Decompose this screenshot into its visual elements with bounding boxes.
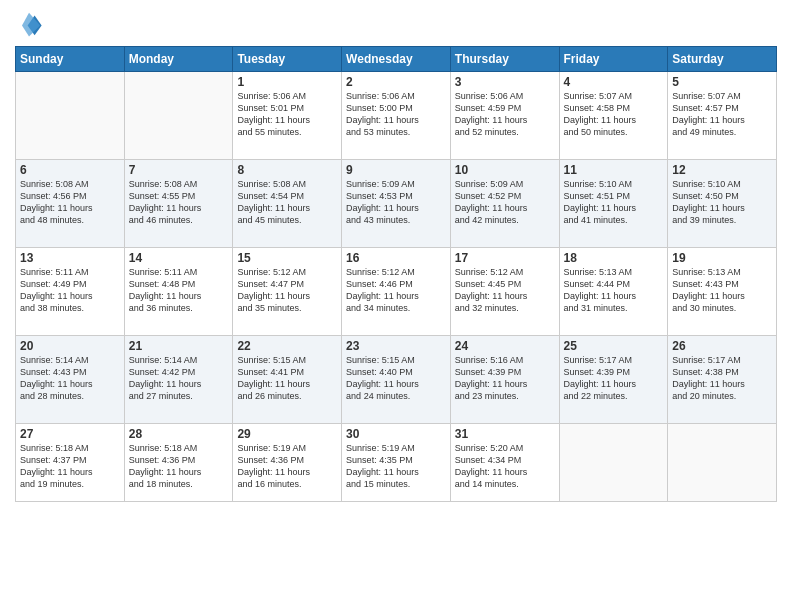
day-number: 18 — [564, 251, 664, 265]
day-number: 11 — [564, 163, 664, 177]
calendar-cell: 15Sunrise: 5:12 AM Sunset: 4:47 PM Dayli… — [233, 248, 342, 336]
calendar-cell: 1Sunrise: 5:06 AM Sunset: 5:01 PM Daylig… — [233, 72, 342, 160]
day-number: 14 — [129, 251, 229, 265]
day-number: 13 — [20, 251, 120, 265]
day-number: 29 — [237, 427, 337, 441]
calendar-cell: 22Sunrise: 5:15 AM Sunset: 4:41 PM Dayli… — [233, 336, 342, 424]
week-row-2: 6Sunrise: 5:08 AM Sunset: 4:56 PM Daylig… — [16, 160, 777, 248]
day-number: 26 — [672, 339, 772, 353]
calendar-cell: 19Sunrise: 5:13 AM Sunset: 4:43 PM Dayli… — [668, 248, 777, 336]
day-number: 4 — [564, 75, 664, 89]
day-info: Sunrise: 5:09 AM Sunset: 4:52 PM Dayligh… — [455, 178, 555, 227]
calendar-cell: 8Sunrise: 5:08 AM Sunset: 4:54 PM Daylig… — [233, 160, 342, 248]
day-info: Sunrise: 5:08 AM Sunset: 4:55 PM Dayligh… — [129, 178, 229, 227]
day-info: Sunrise: 5:14 AM Sunset: 4:42 PM Dayligh… — [129, 354, 229, 403]
day-info: Sunrise: 5:10 AM Sunset: 4:51 PM Dayligh… — [564, 178, 664, 227]
day-info: Sunrise: 5:16 AM Sunset: 4:39 PM Dayligh… — [455, 354, 555, 403]
day-info: Sunrise: 5:07 AM Sunset: 4:57 PM Dayligh… — [672, 90, 772, 139]
day-info: Sunrise: 5:10 AM Sunset: 4:50 PM Dayligh… — [672, 178, 772, 227]
calendar-cell: 20Sunrise: 5:14 AM Sunset: 4:43 PM Dayli… — [16, 336, 125, 424]
weekday-header-sunday: Sunday — [16, 47, 125, 72]
week-row-4: 20Sunrise: 5:14 AM Sunset: 4:43 PM Dayli… — [16, 336, 777, 424]
day-info: Sunrise: 5:18 AM Sunset: 4:37 PM Dayligh… — [20, 442, 120, 491]
day-info: Sunrise: 5:12 AM Sunset: 4:45 PM Dayligh… — [455, 266, 555, 315]
page: SundayMondayTuesdayWednesdayThursdayFrid… — [0, 0, 792, 612]
day-number: 1 — [237, 75, 337, 89]
day-info: Sunrise: 5:18 AM Sunset: 4:36 PM Dayligh… — [129, 442, 229, 491]
weekday-header-tuesday: Tuesday — [233, 47, 342, 72]
calendar-cell: 5Sunrise: 5:07 AM Sunset: 4:57 PM Daylig… — [668, 72, 777, 160]
day-number: 6 — [20, 163, 120, 177]
day-number: 23 — [346, 339, 446, 353]
calendar-cell: 3Sunrise: 5:06 AM Sunset: 4:59 PM Daylig… — [450, 72, 559, 160]
day-number: 28 — [129, 427, 229, 441]
week-row-5: 27Sunrise: 5:18 AM Sunset: 4:37 PM Dayli… — [16, 424, 777, 502]
day-info: Sunrise: 5:12 AM Sunset: 4:47 PM Dayligh… — [237, 266, 337, 315]
day-number: 15 — [237, 251, 337, 265]
calendar-cell: 26Sunrise: 5:17 AM Sunset: 4:38 PM Dayli… — [668, 336, 777, 424]
day-number: 22 — [237, 339, 337, 353]
calendar-cell: 14Sunrise: 5:11 AM Sunset: 4:48 PM Dayli… — [124, 248, 233, 336]
day-info: Sunrise: 5:12 AM Sunset: 4:46 PM Dayligh… — [346, 266, 446, 315]
day-number: 5 — [672, 75, 772, 89]
day-info: Sunrise: 5:15 AM Sunset: 4:41 PM Dayligh… — [237, 354, 337, 403]
calendar-cell: 30Sunrise: 5:19 AM Sunset: 4:35 PM Dayli… — [342, 424, 451, 502]
calendar-cell: 28Sunrise: 5:18 AM Sunset: 4:36 PM Dayli… — [124, 424, 233, 502]
weekday-header-row: SundayMondayTuesdayWednesdayThursdayFrid… — [16, 47, 777, 72]
day-number: 19 — [672, 251, 772, 265]
day-info: Sunrise: 5:17 AM Sunset: 4:39 PM Dayligh… — [564, 354, 664, 403]
day-info: Sunrise: 5:06 AM Sunset: 5:00 PM Dayligh… — [346, 90, 446, 139]
day-number: 20 — [20, 339, 120, 353]
calendar-cell: 27Sunrise: 5:18 AM Sunset: 4:37 PM Dayli… — [16, 424, 125, 502]
calendar-cell: 29Sunrise: 5:19 AM Sunset: 4:36 PM Dayli… — [233, 424, 342, 502]
calendar-cell: 7Sunrise: 5:08 AM Sunset: 4:55 PM Daylig… — [124, 160, 233, 248]
calendar-cell: 9Sunrise: 5:09 AM Sunset: 4:53 PM Daylig… — [342, 160, 451, 248]
day-info: Sunrise: 5:13 AM Sunset: 4:43 PM Dayligh… — [672, 266, 772, 315]
day-info: Sunrise: 5:06 AM Sunset: 4:59 PM Dayligh… — [455, 90, 555, 139]
calendar-cell: 4Sunrise: 5:07 AM Sunset: 4:58 PM Daylig… — [559, 72, 668, 160]
day-info: Sunrise: 5:08 AM Sunset: 4:56 PM Dayligh… — [20, 178, 120, 227]
header — [15, 10, 777, 38]
week-row-1: 1Sunrise: 5:06 AM Sunset: 5:01 PM Daylig… — [16, 72, 777, 160]
week-row-3: 13Sunrise: 5:11 AM Sunset: 4:49 PM Dayli… — [16, 248, 777, 336]
day-info: Sunrise: 5:11 AM Sunset: 4:48 PM Dayligh… — [129, 266, 229, 315]
day-number: 30 — [346, 427, 446, 441]
day-info: Sunrise: 5:09 AM Sunset: 4:53 PM Dayligh… — [346, 178, 446, 227]
day-number: 7 — [129, 163, 229, 177]
calendar-cell: 10Sunrise: 5:09 AM Sunset: 4:52 PM Dayli… — [450, 160, 559, 248]
day-info: Sunrise: 5:15 AM Sunset: 4:40 PM Dayligh… — [346, 354, 446, 403]
day-info: Sunrise: 5:19 AM Sunset: 4:36 PM Dayligh… — [237, 442, 337, 491]
calendar-cell: 12Sunrise: 5:10 AM Sunset: 4:50 PM Dayli… — [668, 160, 777, 248]
svg-marker-1 — [22, 13, 40, 37]
day-number: 16 — [346, 251, 446, 265]
day-number: 25 — [564, 339, 664, 353]
calendar-cell: 11Sunrise: 5:10 AM Sunset: 4:51 PM Dayli… — [559, 160, 668, 248]
calendar-cell: 21Sunrise: 5:14 AM Sunset: 4:42 PM Dayli… — [124, 336, 233, 424]
calendar-cell: 25Sunrise: 5:17 AM Sunset: 4:39 PM Dayli… — [559, 336, 668, 424]
calendar-cell — [668, 424, 777, 502]
calendar-cell: 31Sunrise: 5:20 AM Sunset: 4:34 PM Dayli… — [450, 424, 559, 502]
calendar-cell — [16, 72, 125, 160]
day-number: 10 — [455, 163, 555, 177]
day-number: 2 — [346, 75, 446, 89]
day-info: Sunrise: 5:13 AM Sunset: 4:44 PM Dayligh… — [564, 266, 664, 315]
calendar-cell: 6Sunrise: 5:08 AM Sunset: 4:56 PM Daylig… — [16, 160, 125, 248]
day-info: Sunrise: 5:17 AM Sunset: 4:38 PM Dayligh… — [672, 354, 772, 403]
weekday-header-monday: Monday — [124, 47, 233, 72]
day-number: 24 — [455, 339, 555, 353]
logo — [15, 10, 47, 38]
day-info: Sunrise: 5:06 AM Sunset: 5:01 PM Dayligh… — [237, 90, 337, 139]
day-info: Sunrise: 5:11 AM Sunset: 4:49 PM Dayligh… — [20, 266, 120, 315]
logo-icon — [15, 10, 43, 38]
calendar-cell: 17Sunrise: 5:12 AM Sunset: 4:45 PM Dayli… — [450, 248, 559, 336]
day-number: 27 — [20, 427, 120, 441]
day-info: Sunrise: 5:20 AM Sunset: 4:34 PM Dayligh… — [455, 442, 555, 491]
calendar-cell — [124, 72, 233, 160]
day-number: 8 — [237, 163, 337, 177]
weekday-header-saturday: Saturday — [668, 47, 777, 72]
calendar-cell: 24Sunrise: 5:16 AM Sunset: 4:39 PM Dayli… — [450, 336, 559, 424]
day-info: Sunrise: 5:14 AM Sunset: 4:43 PM Dayligh… — [20, 354, 120, 403]
day-info: Sunrise: 5:19 AM Sunset: 4:35 PM Dayligh… — [346, 442, 446, 491]
calendar-table: SundayMondayTuesdayWednesdayThursdayFrid… — [15, 46, 777, 502]
weekday-header-thursday: Thursday — [450, 47, 559, 72]
